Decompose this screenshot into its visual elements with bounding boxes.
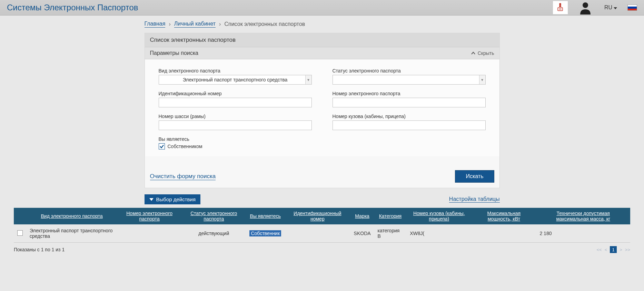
checkbox-owner[interactable] [159,143,165,149]
user-avatar[interactable] [578,1,594,14]
action-dropdown[interactable]: Выбор действия [145,194,201,204]
pager-next[interactable]: > [620,247,622,252]
col-status[interactable]: Статус электронного паспорта [181,208,246,224]
pager-prev[interactable]: < [605,247,607,252]
pager-page[interactable]: 1 [610,246,617,253]
breadcrumb-home[interactable]: Главная [145,21,166,28]
checkbox-owner-label: Собственником [168,144,202,149]
svg-point-0 [559,3,561,5]
table-settings-link[interactable]: Настройка таблицы [449,196,500,203]
search-form: Вид электронного паспорта Электронный па… [145,59,499,156]
chevron-down-icon [614,4,617,11]
pager-last[interactable]: >> [625,247,630,252]
col-ident[interactable]: Идентификационный номер [285,208,350,224]
input-passport-number[interactable] [333,98,486,107]
col-checkbox [14,208,26,224]
breadcrumb-current: Список электронных паспортов [224,21,305,27]
label-passport-type: Вид электронного паспорта [159,68,312,74]
select-passport-type-value: Электронный паспорт транспортного средст… [183,77,287,83]
col-body[interactable]: Номер кузова (кабины, прицепа) [406,208,472,224]
col-you-are[interactable]: Вы являетесь [246,208,285,224]
cell-category: категория B [374,224,407,243]
input-body-number[interactable] [333,120,486,130]
input-chassis[interactable] [159,120,312,130]
cell-you-are: Собственник [249,230,281,236]
col-category[interactable]: Категория [374,208,407,224]
table-row[interactable]: Электронный паспорт транспортного средст… [14,224,630,243]
hide-label: Скрыть [478,50,494,56]
svg-point-4 [583,2,588,8]
dropdown-arrow-icon: ▼ [305,75,311,84]
topbar-right: RU [553,1,637,14]
results-table: Вид электронного паспорта Номер электрон… [14,208,630,243]
topbar: Системы Электронных Паспортов RU [0,0,644,16]
language-toggle[interactable]: RU [604,4,617,11]
clear-form-link[interactable]: Очистить форму поиска [150,173,216,180]
dropdown-arrow-icon: ▼ [479,75,485,84]
label-passport-number: Номер электронного паспорта [333,91,486,96]
cell-power [472,224,536,243]
collapse-toggle[interactable]: Скрыть [471,50,494,56]
cell-status: действующий [181,224,246,243]
chevron-right-icon: › [169,21,170,27]
cell-brand: SKODA [350,224,374,243]
search-params-header: Параметры поиска Скрыть [145,47,499,59]
cell-type: Электронный паспорт транспортного средст… [26,224,117,243]
chevron-up-icon [471,51,476,56]
cell-mass: 2 180 [536,224,630,243]
search-button[interactable]: Искать [455,170,494,183]
cell-number [117,224,181,243]
check-icon [159,144,164,149]
input-ident-number[interactable] [159,98,312,107]
col-power[interactable]: Максимальная мощность, кВт [472,208,536,224]
label-body-number: Номер кузова (кабины, прицепа) [333,114,486,119]
col-type[interactable]: Вид электронного паспорта [26,208,117,224]
chevron-right-icon: › [219,21,221,27]
select-passport-type[interactable]: Электронный паспорт транспортного средст… [159,75,312,85]
site-title: Системы Электронных Паспортов [7,3,138,12]
results-footer: Показаны с 1 по 1 из 1 << < 1 > >> [0,243,644,253]
service-icon [556,2,564,13]
pager-first[interactable]: << [596,247,602,252]
action-dropdown-label: Выбор действия [156,196,196,202]
page-title: Список электронных паспортов [145,33,499,47]
cell-ident [285,224,350,243]
gosuslugi-icon[interactable] [553,1,568,14]
svg-rect-1 [558,8,563,11]
breadcrumb: Главная › Личный кабинет › Список электр… [145,21,500,28]
col-mass[interactable]: Технически допустимая максимальная масса… [536,208,630,224]
select-status[interactable]: ▼ [333,75,486,85]
pager: << < 1 > >> [596,246,630,253]
label-status: Статус электронного паспорта [333,68,486,74]
col-number[interactable]: Номер электронного паспорта [117,208,181,224]
row-checkbox[interactable] [17,230,23,236]
chevron-down-icon [149,198,153,201]
results-summary: Показаны с 1 по 1 из 1 [14,247,65,252]
results-toolbar: Выбор действия Настройка таблицы [145,194,500,204]
language-label: RU [604,4,612,11]
label-ident-number: Идентификационный номер [159,91,312,96]
search-panel: Список электронных паспортов Параметры п… [145,33,500,188]
flag-icon[interactable] [627,4,637,11]
label-you-are: Вы являетесь [159,136,486,142]
search-params-label: Параметры поиска [150,50,198,56]
cell-body: XW8J( [406,224,472,243]
breadcrumb-account[interactable]: Личный кабинет [174,21,216,28]
col-brand[interactable]: Марка [350,208,374,224]
label-chassis: Номер шасси (рамы) [159,114,312,119]
